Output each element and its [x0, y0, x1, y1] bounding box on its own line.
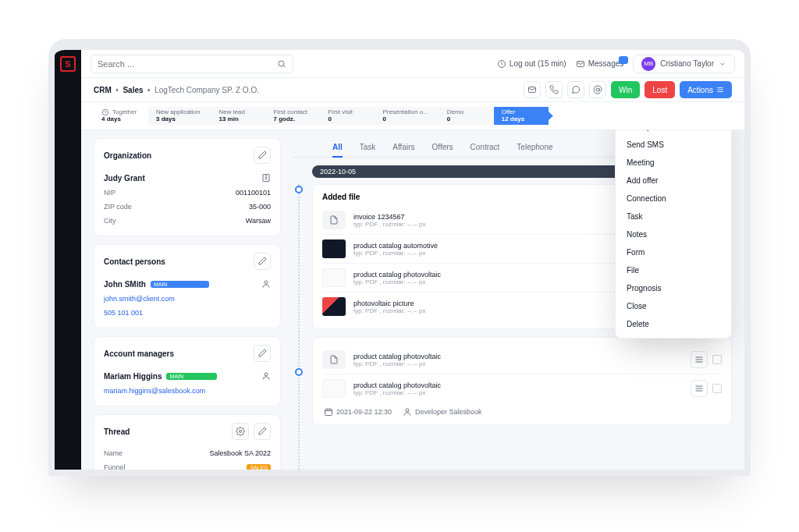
- managers-card: Account managers Mariam HigginsMAIN mari…: [94, 336, 281, 406]
- stage-offer[interactable]: Offer12 days: [494, 107, 549, 125]
- svg-point-4: [596, 88, 599, 91]
- svg-point-7: [265, 281, 268, 284]
- edit-contacts-button[interactable]: [254, 253, 271, 270]
- contact-phone[interactable]: 505 101 001: [104, 309, 143, 317]
- pipeline-stages: Together 4 days New application3 days Ne…: [81, 102, 744, 130]
- contact-name: John SMith: [104, 280, 146, 289]
- edit-organization-button[interactable]: [254, 147, 271, 164]
- menu-connection[interactable]: Connection: [616, 190, 731, 207]
- tab-affairs[interactable]: Affairs: [392, 138, 414, 157]
- file-thumb-doc: [322, 211, 346, 229]
- search-icon: [277, 59, 286, 69]
- breadcrumb-bar: CRM • Sales • LogTech Company SP. Z O.O.…: [81, 78, 744, 102]
- file-checkbox[interactable]: [712, 355, 722, 364]
- logout-link[interactable]: Log out (15 min): [497, 59, 566, 69]
- user-name: Cristiano Taylor: [660, 59, 714, 68]
- svg-rect-10: [325, 410, 332, 416]
- main-tag: MAIN: [151, 281, 209, 288]
- logout-label: Log out (15 min): [510, 59, 566, 68]
- file-checkbox[interactable]: [712, 384, 722, 393]
- person-icon: [261, 279, 271, 289]
- thread-settings-button[interactable]: [232, 423, 249, 440]
- topbar: Log out (15 min) Messages MB Cristiano T…: [81, 50, 744, 78]
- contacts-card: Contact persons John SMithMAIN john.smit…: [94, 244, 281, 328]
- menu-notes[interactable]: Notes: [616, 225, 731, 243]
- app-rail: S: [55, 50, 81, 470]
- actions-menu: Status change Priority Send SMS Meeting …: [615, 130, 732, 339]
- tab-all[interactable]: All: [332, 138, 343, 158]
- edit-managers-button[interactable]: [254, 345, 271, 362]
- messages-label: Messages: [588, 59, 624, 68]
- thread-card: Thread NameSalesbook SA 2022 FunnelSALES…: [94, 414, 281, 470]
- svg-point-11: [406, 409, 409, 412]
- chevron-down-icon: [719, 60, 726, 68]
- phone-button[interactable]: [545, 81, 563, 98]
- file-thumb-image: [322, 268, 346, 287]
- stage-presentation[interactable]: Presentation o...0: [375, 107, 439, 125]
- sms-button[interactable]: [567, 81, 584, 98]
- messages-link[interactable]: Messages: [576, 59, 624, 69]
- file-row[interactable]: product catalog photovoltaictyp: PDF , r…: [322, 374, 722, 403]
- tab-telephone[interactable]: Telephone: [517, 138, 552, 157]
- app-logo[interactable]: S: [60, 56, 76, 72]
- menu-priority[interactable]: Priority: [616, 130, 731, 136]
- at-button[interactable]: [589, 81, 606, 98]
- menu-prognosis[interactable]: Prognosis: [616, 279, 731, 297]
- menu-send-sms[interactable]: Send SMS: [616, 136, 731, 154]
- manager-name: Mariam Higgins: [104, 372, 162, 381]
- edit-thread-button[interactable]: [254, 423, 271, 440]
- search-box[interactable]: [91, 55, 293, 73]
- file-menu-button[interactable]: [691, 380, 708, 397]
- user-menu[interactable]: MB Cristiano Taylor: [633, 55, 735, 73]
- managers-title: Account managers: [104, 349, 174, 358]
- svg-point-9: [240, 431, 242, 433]
- breadcrumb: CRM • Sales • LogTech Company SP. Z O.O.: [94, 86, 259, 94]
- person-icon: [403, 407, 412, 417]
- tab-task[interactable]: Task: [360, 138, 376, 157]
- win-button[interactable]: Win: [611, 81, 640, 98]
- file-row[interactable]: product catalog photovoltaictyp: PDF , r…: [322, 346, 722, 374]
- menu-delete[interactable]: Delete: [616, 315, 731, 333]
- stage-together[interactable]: Together 4 days: [94, 107, 148, 125]
- menu-task[interactable]: Task: [616, 207, 731, 225]
- sales-tag: SALES: [247, 464, 271, 470]
- svg-point-8: [265, 373, 268, 376]
- menu-form[interactable]: Form: [616, 243, 731, 261]
- menu-add-offer[interactable]: Add offer: [616, 172, 731, 190]
- organization-title: Organization: [104, 151, 151, 160]
- menu-close[interactable]: Close: [616, 297, 731, 315]
- timeline-entry-meta: 2021-09-22 12:30 Developer Salesbook: [322, 403, 722, 417]
- organization-name: Judy Grant: [104, 174, 145, 183]
- organization-card: Organization Judy Grant NIP001100101 ZIP…: [94, 138, 281, 236]
- menu-meeting[interactable]: Meeting: [616, 154, 731, 172]
- menu-file[interactable]: File: [616, 261, 731, 279]
- tab-contract[interactable]: Contract: [471, 138, 500, 157]
- file-thumb-doc: [322, 350, 346, 369]
- stage-new-application[interactable]: New application3 days: [148, 107, 211, 125]
- lost-button[interactable]: Lost: [645, 81, 675, 98]
- calendar-icon: [324, 407, 333, 417]
- contact-email[interactable]: john.smith@client.com: [104, 295, 175, 303]
- thread-title: Thread: [104, 427, 130, 436]
- main-tag: MAIN: [166, 373, 217, 380]
- search-input[interactable]: [98, 59, 272, 69]
- file-thumb-image: [322, 297, 346, 316]
- building-icon: [261, 173, 271, 183]
- contacts-title: Contact persons: [104, 257, 165, 266]
- avatar: MB: [641, 57, 655, 71]
- mail-button[interactable]: [524, 81, 541, 98]
- manager-email[interactable]: mariam.higgins@salesbook.com: [104, 387, 205, 395]
- tab-offers[interactable]: Offers: [432, 138, 453, 157]
- file-thumb-image: [322, 239, 346, 258]
- file-thumb-image: [322, 379, 346, 398]
- person-icon: [261, 371, 271, 381]
- stage-first-contact[interactable]: First contact7 godz.: [265, 107, 320, 125]
- menu-icon: [716, 86, 724, 94]
- stage-first-visit[interactable]: First visit0: [320, 107, 375, 125]
- file-menu-button[interactable]: [691, 351, 708, 368]
- stage-demo[interactable]: Demo0: [439, 107, 494, 125]
- svg-point-0: [279, 61, 284, 66]
- stage-new-lead[interactable]: New lead13 min: [211, 107, 265, 125]
- timeline-entry-files: product catalog photovoltaictyp: PDF , r…: [312, 337, 732, 425]
- actions-button[interactable]: Actions: [680, 81, 732, 98]
